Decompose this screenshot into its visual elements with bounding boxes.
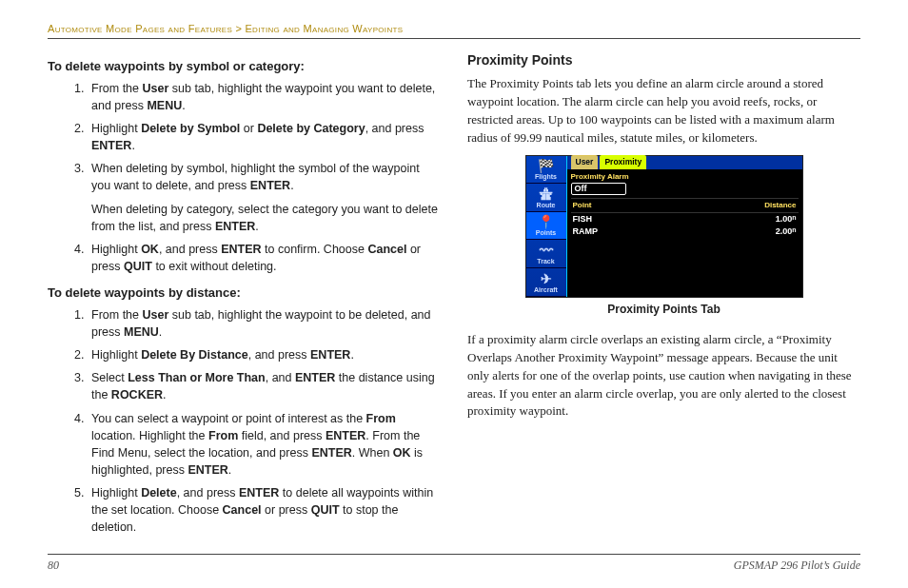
steps-symbol-category: From the User sub tab, highlight the way… (48, 80, 441, 275)
gps-row: FISH 1.00n (571, 213, 799, 225)
step: Select Less Than or More Than, and ENTER… (88, 369, 441, 403)
flag-icon: 🏁 (538, 159, 554, 172)
gps-row-name: RAMP (573, 225, 776, 238)
step: Highlight Delete, and press ENTER to del… (88, 484, 441, 536)
gps-row-name: FISH (573, 213, 776, 225)
left-column: To delete waypoints by symbol or categor… (48, 49, 441, 541)
gps-row: RAMP 2.00n (571, 225, 799, 238)
breadcrumb: Automotive Mode Pages and Features > Edi… (48, 23, 860, 39)
gps-tab-user: User (571, 155, 599, 168)
step: Highlight OK, and press ENTER to confirm… (88, 241, 441, 275)
proximity-overlap-note: If a proximity alarm circle overlaps an … (467, 331, 860, 421)
step: Highlight Delete By Distance, and press … (88, 346, 441, 363)
gps-table-header: Point Distance (571, 198, 799, 213)
gps-body: Proximity Alarm Off Point Distance FISH … (567, 169, 802, 297)
gps-alarm-label: Proximity Alarm (571, 171, 799, 183)
steps-distance: From the User sub tab, highlight the way… (48, 306, 441, 537)
gps-row-dist: 1.00n (776, 213, 797, 225)
track-icon: 〰 (540, 244, 553, 257)
breadcrumb-sep: > (232, 23, 245, 34)
proximity-intro: The Proximity Points tab lets you define… (467, 75, 860, 147)
breadcrumb-part2: Editing and Managing Waypoints (245, 23, 403, 34)
step: Highlight Delete by Symbol or Delete by … (88, 120, 441, 154)
step: You can select a waypoint or point of in… (88, 410, 441, 480)
gps-side-flights: 🏁Flights (526, 156, 566, 185)
gps-sidebar: 🏁Flights 🛣Route 📍Points 〰Track ✈Aircraft (526, 156, 567, 297)
gps-hdr-distance: Distance (764, 200, 796, 211)
step: From the User sub tab, highlight the way… (88, 80, 441, 114)
step: When deleting by symbol, highlight the s… (88, 160, 441, 235)
gps-side-route: 🛣Route (526, 184, 566, 212)
figure-caption: Proximity Points Tab (607, 302, 720, 318)
gps-hdr-point: Point (573, 200, 765, 211)
aircraft-icon: ✈ (541, 272, 552, 285)
book-title: GPSMAP 296 Pilot’s Guide (734, 559, 860, 573)
gps-side-points: 📍Points (526, 212, 566, 241)
route-icon: 🛣 (540, 187, 553, 201)
heading-proximity-points: Proximity Points (467, 50, 860, 69)
heading-delete-symbol-category: To delete waypoints by symbol or categor… (48, 58, 441, 76)
gps-main: User Proximity Proximity Alarm Off Point… (567, 156, 802, 297)
breadcrumb-part1: Automotive Mode Pages and Features (48, 23, 232, 34)
right-column: Proximity Points The Proximity Points ta… (467, 49, 860, 541)
waypoint-icon: 📍 (538, 215, 554, 228)
page-footer: 80 GPSMAP 296 Pilot’s Guide (48, 554, 860, 573)
gps-row-dist: 2.00n (776, 225, 797, 238)
page-number: 80 (48, 559, 59, 573)
gps-alarm-value: Off (571, 183, 626, 195)
gps-screenshot: 🏁Flights 🛣Route 📍Points 〰Track ✈Aircraft… (525, 155, 803, 298)
heading-delete-distance: To delete waypoints by distance: (48, 284, 441, 303)
figure-proximity-tab: 🏁Flights 🛣Route 📍Points 〰Track ✈Aircraft… (467, 155, 860, 318)
gps-side-track: 〰Track (526, 240, 566, 268)
gps-side-aircraft: ✈Aircraft (526, 268, 566, 297)
step: From the User sub tab, highlight the way… (88, 306, 441, 341)
gps-tabs: User Proximity (567, 156, 802, 169)
content-columns: To delete waypoints by symbol or categor… (48, 49, 860, 541)
gps-tab-proximity: Proximity (600, 155, 646, 168)
